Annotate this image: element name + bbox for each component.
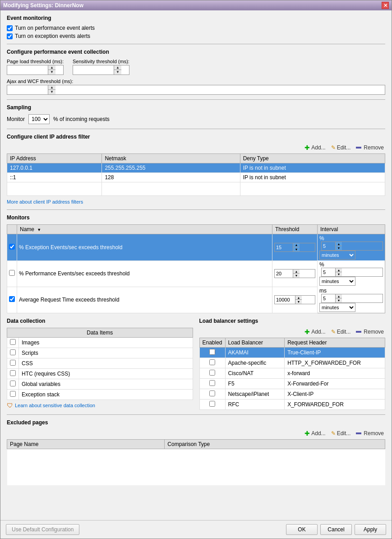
- lb-row4-check[interactable]: [209, 380, 215, 386]
- mon-row2-interval-up[interactable]: ▲: [336, 268, 342, 272]
- table-row[interactable]: Netscape/iPlanet X-Client-IP: [199, 389, 385, 400]
- mon-row3-interval-unit[interactable]: minutes: [319, 303, 355, 312]
- divider-3: [7, 129, 385, 129]
- page-load-down[interactable]: ▼: [48, 70, 55, 74]
- table-row[interactable]: % Exception Events/sec exceeds threshold…: [7, 234, 385, 261]
- lb-row4-name: F5: [225, 379, 285, 389]
- data-exception-check[interactable]: [10, 391, 16, 397]
- ajax-input[interactable]: 5000: [7, 85, 48, 94]
- lb-remove-button[interactable]: Remove: [355, 328, 385, 335]
- mon-row3-interval[interactable]: [322, 294, 335, 302]
- mon-row2-interval-down[interactable]: ▼: [336, 272, 342, 276]
- perf-alerts-checkbox[interactable]: [7, 25, 13, 31]
- mon-row1-interval-down[interactable]: ▼: [336, 246, 342, 250]
- ip-add-label: Add...: [311, 144, 325, 151]
- sensitivity-up[interactable]: ▲: [114, 65, 121, 70]
- mon-row1-interval[interactable]: [322, 242, 335, 250]
- edit-icon: ✎: [331, 144, 336, 151]
- ajax-spinner: 5000 ▲ ▼: [7, 85, 385, 95]
- table-row[interactable]: AKAMAI True-Client-IP: [199, 348, 385, 358]
- mon-row3-interval-up[interactable]: ▲: [336, 294, 342, 298]
- apply-button[interactable]: Apply: [355, 524, 386, 535]
- lb-add-button[interactable]: ✚ Add...: [303, 328, 327, 336]
- add-icon: ✚: [304, 144, 310, 151]
- excluded-remove-button[interactable]: Remove: [355, 430, 385, 437]
- mon-row1-check[interactable]: [9, 244, 15, 250]
- page-load-up[interactable]: ▲: [48, 65, 55, 70]
- excluded-add-button[interactable]: ✚ Add...: [303, 429, 327, 437]
- learn-link[interactable]: Learn about sensitive data collection: [15, 403, 95, 408]
- mon-row2-interval[interactable]: [322, 268, 335, 276]
- ok-button[interactable]: OK: [286, 524, 318, 535]
- list-item: Global variables: [7, 379, 193, 390]
- data-css-check[interactable]: [10, 360, 16, 366]
- more-link-row: More about client IP address filters: [7, 199, 385, 205]
- close-button[interactable]: ✕: [382, 2, 389, 9]
- mon-row3-thresh-up[interactable]: ▲: [295, 296, 302, 300]
- mon-col-check: [7, 225, 17, 234]
- data-global-check[interactable]: [10, 381, 16, 386]
- mon-row2-threshold[interactable]: [275, 270, 293, 278]
- ip-add-button[interactable]: ✚ Add...: [303, 144, 327, 152]
- list-item: Exception stack: [7, 390, 193, 400]
- mon-row2-check[interactable]: [9, 270, 15, 276]
- mon-row3-interval-down[interactable]: ▼: [336, 298, 342, 302]
- lb-col-header: Request Header: [285, 338, 385, 348]
- add-icon: ✚: [304, 328, 310, 335]
- lb-row5-check[interactable]: [209, 390, 215, 396]
- sensitivity-down[interactable]: ▼: [114, 70, 121, 74]
- ajax-up[interactable]: ▲: [48, 85, 55, 90]
- content-area: Event monitoring Turn on performance eve…: [0, 10, 392, 520]
- default-config-button[interactable]: Use Default Configuration: [6, 524, 79, 535]
- ip-edit-button[interactable]: ✎ Edit...: [330, 144, 352, 151]
- mon-row1-thresh-up[interactable]: ▲: [293, 243, 300, 247]
- mon-row3-thresh-down[interactable]: ▼: [295, 300, 302, 304]
- mon-row1-interval-unit[interactable]: minutes: [319, 251, 355, 260]
- lb-row3-check[interactable]: [209, 370, 215, 376]
- divider-2: [7, 99, 385, 100]
- mon-row1-threshold[interactable]: [275, 243, 293, 251]
- table-row[interactable]: Cisco/NAT x-forward: [199, 368, 385, 379]
- mon-row2-thresh-up[interactable]: ▲: [293, 270, 300, 274]
- excluded-edit-button[interactable]: ✎ Edit...: [330, 430, 352, 437]
- data-exception-label: Exception stack: [19, 390, 193, 400]
- cancel-button[interactable]: Cancel: [320, 524, 352, 535]
- lb-row2-check[interactable]: [209, 359, 215, 365]
- data-items-header: Data Items: [7, 328, 193, 338]
- ip-remove-button[interactable]: Remove: [355, 144, 385, 151]
- sampling-title: Sampling: [7, 104, 385, 111]
- data-collection-title: Data collection: [7, 318, 193, 324]
- ip-more-link[interactable]: More about client IP address filters: [7, 199, 83, 204]
- mon-row2-thresh-down[interactable]: ▼: [293, 274, 300, 278]
- lb-row6-check[interactable]: [209, 401, 215, 407]
- table-row[interactable]: % Performance Events/sec exceeds thresho…: [7, 260, 385, 287]
- table-row[interactable]: F5 X-Forwarded-For: [199, 379, 385, 389]
- table-row[interactable]: Apache-specific HTTP_X_FORWARDED_FOR: [199, 358, 385, 368]
- data-htc-check[interactable]: [10, 370, 16, 376]
- main-window: Modifying Settings: DinnerNow ✕ Event mo…: [0, 0, 392, 539]
- sampling-select[interactable]: 100 50 25 10 1: [28, 114, 50, 124]
- table-row[interactable]: 127.0.0.1 255.255.255.255 IP is not in s…: [7, 163, 385, 173]
- shield-icon: 🛡: [7, 402, 13, 409]
- sampling-section: Sampling Monitor 100 50 25 10 1 % of inc…: [7, 104, 385, 124]
- table-row[interactable]: ::1 128 IP is not in subnet: [7, 173, 385, 182]
- mon-row3-threshold[interactable]: [275, 296, 295, 304]
- two-col-section: Data collection Data Items Images: [7, 318, 385, 410]
- lb-edit-button[interactable]: ✎ Edit...: [330, 328, 352, 335]
- mon-row2-threshold-spin: ▲ ▼: [274, 269, 315, 278]
- data-scripts-check[interactable]: [10, 349, 16, 355]
- mon-row1-interval-up[interactable]: ▲: [336, 242, 342, 246]
- sensitivity-input[interactable]: 3000: [73, 65, 114, 74]
- exception-alerts-checkbox[interactable]: [7, 33, 13, 39]
- page-load-input[interactable]: 15000: [7, 65, 48, 74]
- data-images-check[interactable]: [10, 339, 16, 345]
- table-row[interactable]: RFC X_FORWARDED_FOR: [199, 400, 385, 410]
- mon-row1-thresh-down[interactable]: ▼: [293, 247, 300, 251]
- ajax-down[interactable]: ▼: [48, 90, 55, 94]
- remove-icon: [356, 331, 361, 333]
- mon-row3-check[interactable]: [9, 296, 15, 302]
- table-row[interactable]: Average Request Time exceeds threshold ▲…: [7, 287, 385, 313]
- mon-row2-interval-unit[interactable]: minutes: [319, 277, 355, 286]
- lb-row1-check[interactable]: [209, 349, 215, 355]
- sensitivity-spinner: 3000 ▲ ▼: [73, 65, 129, 75]
